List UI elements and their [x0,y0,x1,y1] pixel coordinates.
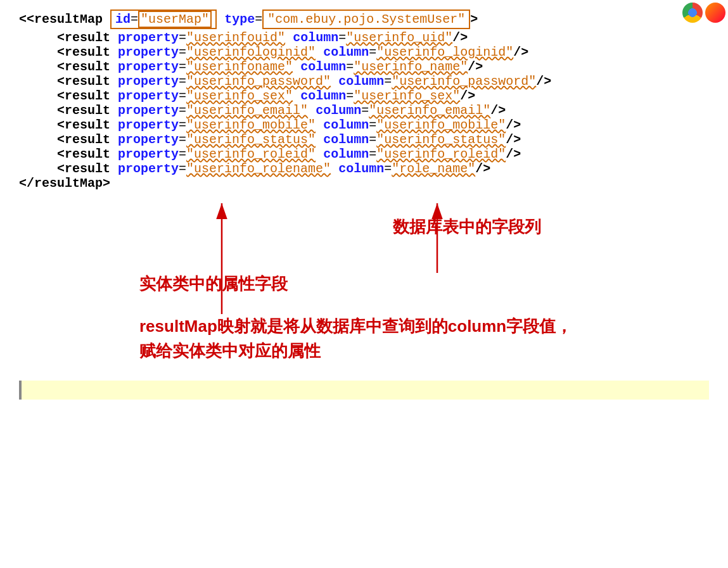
resultmap-close-line: </resultMap> [19,176,709,191]
result-line-9: <result property="userinfo_roleid" colum… [57,147,709,161]
id-attribute: id="userMap" [110,9,217,29]
chrome-icon [682,3,703,23]
id-value: "userMap" [138,11,212,28]
result-line-10: <result property="userinfo_rolename" col… [57,161,709,176]
main-content: <<resultMap id="userMap" type="com.ebuy.… [0,0,728,507]
entity-label: 实体类中的属性字段 [139,273,288,295]
type-attr: type [224,12,255,27]
result-line-3: <result property="userinfoname" column="… [57,60,709,74]
result-line-2: <result property="userinfologinid" colum… [57,45,709,60]
code-section: <<resultMap id="userMap" type="com.ebuy.… [19,9,709,191]
result-line-5: <result property="userinfo_sex" column="… [57,89,709,103]
annotations-section: 数据库表中的字段列 实体类中的属性字段 resultMap映射就是将从数据库中查… [19,197,709,374]
result-line-7: <result property="userinfo_mobile" colum… [57,118,709,132]
bottom-bar [19,381,709,400]
result-line-4: <result property="userinfo_password" col… [57,74,709,89]
result-line-1: <result property="userinfouid" column="u… [57,30,709,45]
tag-resultmap: <resultMap [27,12,103,27]
firefox-icon [705,3,725,23]
browser-icons [680,0,728,25]
type-value: "com.ebuy.pojo.SystemUser" [262,9,470,29]
result-lines: <result property="userinfouid" column="u… [19,30,709,176]
result-line-6: <result property="userinfo_email" column… [57,103,709,118]
result-line-8: <result property="userinfo_status" colum… [57,132,709,147]
description-text: resultMap映射就是将从数据库中查询到的column字段值， 赋给实体类中… [139,314,572,363]
resultmap-open-line: <<resultMap id="userMap" type="com.ebuy.… [19,9,709,29]
column-label: 数据库表中的字段列 [393,216,541,238]
open-bracket: < [19,12,27,27]
